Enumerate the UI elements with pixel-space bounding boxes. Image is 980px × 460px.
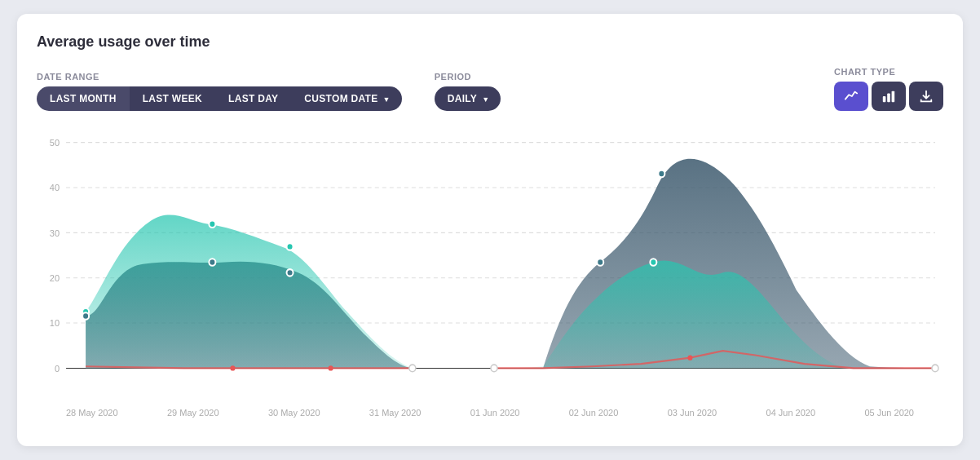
download-button[interactable] — [909, 82, 943, 111]
x-label-3: 31 May 2020 — [369, 408, 422, 418]
x-label-1: 29 May 2020 — [167, 408, 219, 418]
custom-date-chevron-icon: ▼ — [383, 95, 391, 104]
period-value: DAILY — [448, 93, 477, 104]
svg-point-23 — [658, 170, 664, 178]
svg-point-19 — [82, 312, 89, 320]
last-week-button[interactable]: LAST WEEK — [130, 86, 215, 111]
custom-date-label: CUSTOM DATE — [304, 93, 377, 104]
svg-point-28 — [491, 365, 497, 372]
date-range-label: Date range — [37, 72, 402, 82]
svg-point-21 — [287, 269, 294, 276]
svg-rect-0 — [883, 96, 886, 102]
svg-point-16 — [209, 220, 215, 228]
svg-text:50: 50 — [50, 138, 60, 148]
svg-text:40: 40 — [50, 183, 60, 192]
chart-type-buttons — [834, 82, 943, 111]
svg-point-27 — [409, 365, 416, 372]
date-range-group: Date range LAST MONTH LAST WEEK LAST DAY… — [37, 72, 402, 111]
x-label-5: 02 Jun 2020 — [569, 408, 619, 418]
bar-chart-button[interactable] — [872, 82, 906, 111]
line-chart-icon — [844, 89, 859, 104]
svg-point-17 — [287, 243, 294, 250]
svg-point-20 — [209, 259, 215, 266]
svg-point-22 — [597, 259, 603, 266]
x-label-6: 03 Jun 2020 — [668, 408, 717, 418]
svg-point-25 — [329, 365, 333, 370]
chart-type-group: Chart type — [834, 67, 943, 111]
svg-text:30: 30 — [50, 228, 60, 237]
svg-point-24 — [230, 365, 235, 370]
x-axis-labels: 28 May 2020 29 May 2020 30 May 2020 31 M… — [37, 403, 943, 418]
date-range-buttons: LAST MONTH LAST WEEK LAST DAY CUSTOM DAT… — [37, 86, 402, 111]
x-label-8: 05 Jun 2020 — [864, 408, 914, 418]
period-chevron-icon: ▼ — [482, 95, 489, 104]
svg-point-18 — [650, 259, 656, 266]
x-label-4: 01 Jun 2020 — [470, 408, 520, 418]
x-label-2: 30 May 2020 — [268, 408, 320, 418]
page-title: Average usage over time — [37, 33, 943, 51]
period-button[interactable]: DAILY ▼ — [435, 86, 501, 111]
controls-bar: Date range LAST MONTH LAST WEEK LAST DAY… — [37, 67, 943, 111]
svg-text:10: 10 — [50, 318, 60, 328]
chart-type-label: Chart type — [834, 67, 943, 77]
last-month-button[interactable]: LAST MONTH — [37, 86, 130, 111]
download-icon — [919, 89, 934, 104]
chart-svg: 50 40 30 20 10 0 — [37, 134, 943, 403]
svg-rect-1 — [887, 93, 890, 102]
x-label-0: 28 May 2020 — [66, 408, 118, 418]
svg-point-26 — [687, 355, 692, 360]
period-group: PERIOD DAILY ▼ — [435, 72, 501, 111]
custom-date-button[interactable]: CUSTOM DATE ▼ — [291, 86, 401, 111]
last-day-button[interactable]: LAST DAY — [215, 86, 291, 111]
svg-rect-2 — [892, 91, 895, 103]
main-card: Average usage over time Date range LAST … — [17, 14, 963, 446]
x-label-7: 04 Jun 2020 — [766, 408, 816, 418]
chart-area: 50 40 30 20 10 0 — [37, 134, 943, 403]
svg-point-29 — [932, 365, 938, 372]
line-chart-button[interactable] — [834, 82, 868, 111]
svg-text:20: 20 — [50, 273, 60, 283]
bar-chart-icon — [881, 89, 896, 104]
svg-text:0: 0 — [55, 363, 60, 373]
period-label: PERIOD — [435, 72, 501, 82]
